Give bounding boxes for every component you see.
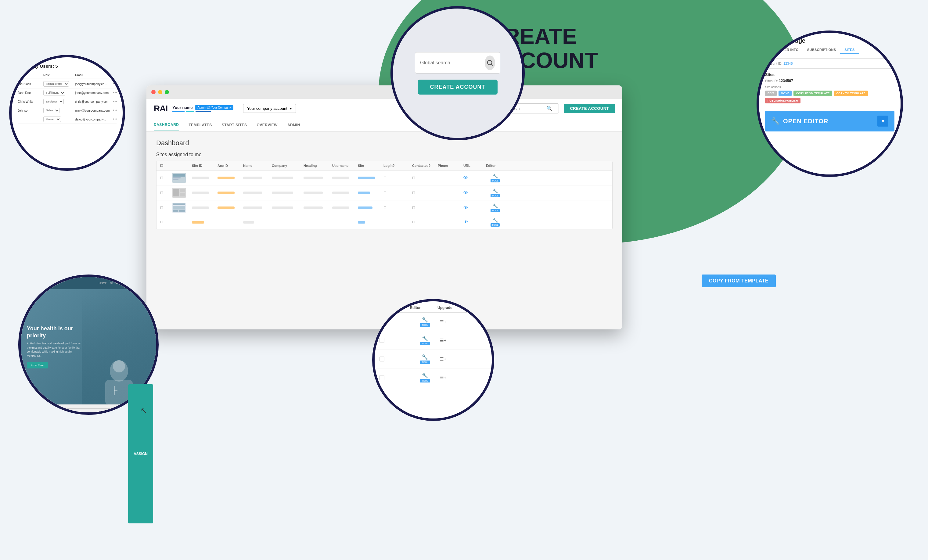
user-dots: ••• (113, 117, 123, 121)
preview-logo-text: PARKVIEW MEDICAL (24, 281, 59, 285)
td-url[interactable]: 👁 (463, 190, 485, 195)
svg-point-17 (113, 360, 125, 372)
contacts-menu[interactable]: ☰+ (440, 375, 464, 380)
user-info: Your name Admin @ Your Company (172, 105, 234, 112)
td-editor: 🔧 TOOL (486, 189, 504, 197)
preview-learn-more-button[interactable]: Learn More (27, 362, 48, 368)
create-account-button[interactable]: CREATE ACCOUNT (564, 104, 615, 113)
user-dots: ••• (113, 82, 123, 86)
contacts-menu[interactable]: ☰+ (440, 319, 464, 324)
account-section: Sites Sites ID: 1234567 Site actions EDI… (759, 69, 901, 107)
contacts-row: 🔧 TOOL ☰+ (375, 331, 492, 350)
preview-header: PARKVIEW MEDICAL HOME SERVICES ABOUT CON… (21, 277, 156, 289)
td-site-id (192, 177, 216, 179)
preview-footer-name: KATE SMITH (24, 407, 41, 410)
td-site-id (192, 192, 216, 194)
td-contacted: ☐ (412, 206, 437, 210)
copy-from-template-button[interactable]: COPY FROM TEMPLATE (794, 91, 832, 96)
td-checkbox[interactable]: ☐ (160, 220, 171, 224)
td-url[interactable]: 👁 (463, 220, 485, 225)
circle-users-inner: Company Users: 5 Role Email Joe Black Ad… (12, 57, 123, 168)
site-actions: EDIT MOVE COPY FROM TEMPLATE COPY TO TEM… (765, 91, 894, 104)
account-tab-sites[interactable]: SITES (840, 46, 859, 54)
td-login: ☐ (383, 191, 411, 195)
td-checkbox[interactable]: ☐ (160, 176, 171, 180)
tool-wrench-icon[interactable]: 🔧 (422, 373, 428, 378)
contacts-checkbox[interactable] (380, 375, 385, 380)
td-url[interactable]: 👁 (463, 205, 485, 211)
svg-rect-5 (173, 189, 179, 197)
th-name: Name (243, 164, 270, 168)
nav-item-admin[interactable]: ADMIN (287, 119, 300, 131)
tool-wrench-icon[interactable]: 🔧 (422, 317, 428, 323)
circle-search-input[interactable] (420, 60, 481, 66)
copy-template-area: COPY FROM TEMPLATE (702, 275, 776, 287)
contacts-checkbox[interactable] (380, 338, 385, 343)
user-name: Your name (172, 105, 192, 110)
th-login: Login? (383, 164, 411, 168)
traffic-light-red[interactable] (151, 90, 156, 94)
td-login: ☐ (383, 220, 411, 224)
company-dropdown[interactable]: Your company account ▾ (243, 104, 296, 113)
role-select[interactable]: Viewer (43, 116, 61, 122)
traffic-light-green[interactable] (165, 90, 169, 94)
open-editor-dropdown-arrow[interactable]: ▾ (878, 116, 888, 127)
uth-role: Role (43, 73, 74, 77)
contacts-checkbox[interactable] (380, 357, 385, 362)
dashboard-title: Dashboard (156, 139, 612, 147)
site-edit-button[interactable]: EDIT (765, 91, 777, 96)
open-editor-bar[interactable]: 🔧 OPEN EDITOR ▾ (765, 111, 894, 131)
tool-icon[interactable]: 🔧 (493, 189, 498, 193)
tool-wrench-icon[interactable]: 🔧 (422, 336, 428, 341)
user-role-cell: Sales (43, 108, 74, 113)
account-tab-subscriptions[interactable]: SUBSCRIPTIONS (803, 46, 840, 54)
tool-badge: TOOL (420, 323, 430, 327)
circle-search: CREATE ACCOUNT (391, 6, 525, 140)
nav-item-start-sites[interactable]: START SITES (222, 119, 247, 131)
open-editor-icon: 🔧 (771, 117, 780, 125)
circle-create-account-button[interactable]: CREATE ACCOUNT (418, 79, 498, 95)
svg-rect-7 (180, 193, 185, 197)
users-table-row: Jane Doe Fulfillment jane@yourcompany.co… (18, 89, 116, 97)
search-icon[interactable]: 🔍 (546, 105, 553, 111)
site-move-button[interactable]: MOVE (778, 91, 792, 96)
role-select[interactable]: Fulfillment (43, 90, 65, 96)
traffic-light-yellow[interactable] (158, 90, 162, 94)
svg-rect-3 (173, 179, 179, 180)
users-table-row: Chris White Designer chris@yourcompany.c… (18, 97, 116, 106)
td-heading (304, 177, 331, 179)
nav-item-dashboard[interactable]: DASHBOARD (154, 119, 179, 131)
copy-to-template-button[interactable]: COPY TO TEMPLATE (834, 91, 868, 96)
contacts-menu[interactable]: ☰+ (440, 357, 464, 362)
tool-wrench-icon[interactable]: 🔧 (422, 354, 428, 360)
search-icon-circle[interactable] (485, 55, 495, 70)
tool-icon[interactable]: 🔧 (493, 174, 498, 179)
site-thumb (172, 188, 186, 198)
td-checkbox[interactable]: ☐ (160, 191, 171, 195)
sites-table: ☐ Site ID Acc ID Name Company Heading Us… (156, 161, 612, 229)
th-thumb (172, 164, 191, 168)
role-select[interactable]: Designer (43, 99, 64, 104)
td-acc-id (218, 192, 242, 194)
contacts-menu[interactable]: ☰+ (440, 338, 464, 343)
publish-unpublish-button[interactable]: PUBLISH/UNPUBLISH (765, 98, 800, 104)
user-name-cell: Jane Doe (18, 91, 42, 95)
td-contacted: ☐ (412, 176, 437, 180)
role-select[interactable]: Administrator (43, 81, 69, 87)
tool-icon[interactable]: 🔧 (493, 218, 498, 223)
preview-nav-services: SERVICES (110, 282, 124, 285)
app-nav: DASHBOARD TEMPLATES START SITES OVERVIEW… (147, 118, 622, 132)
th-phone: Phone (438, 164, 462, 168)
user-role-cell: Administrator (43, 81, 74, 87)
nav-item-templates[interactable]: TEMPLATES (189, 119, 212, 131)
copy-from-template-standalone-button[interactable]: COPY FROM TEMPLATE (702, 275, 776, 287)
td-checkbox[interactable]: ☐ (160, 206, 171, 210)
tool-icon[interactable]: 🔧 (493, 203, 498, 208)
nav-item-overview[interactable]: OVERVIEW (256, 119, 277, 131)
tool-label: TOOL (490, 179, 500, 182)
role-select[interactable]: Sales (43, 108, 60, 113)
td-url[interactable]: 👁 (463, 175, 485, 180)
td-heading (304, 206, 331, 209)
contacts-row: 🔧 TOOL ☰+ (375, 368, 492, 387)
preview-hero-title: Your health is our priority (27, 325, 82, 339)
